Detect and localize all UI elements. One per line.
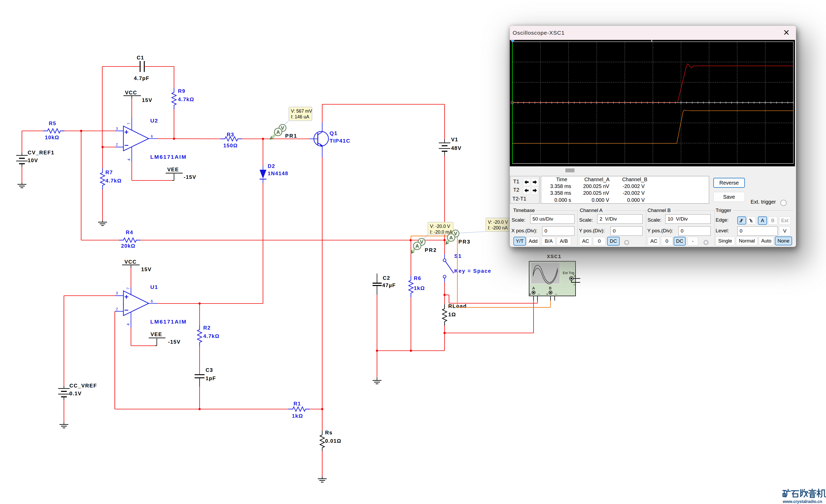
svg-text:V: -20.0 V: V: -20.0 V [488, 219, 508, 225]
svg-text:A: A [276, 129, 280, 135]
svg-text:C2: C2 [383, 275, 390, 281]
svg-text:I: -20.0 mA: I: -20.0 mA [430, 230, 453, 235]
svg-text:7: 7 [126, 287, 130, 290]
svg-text:Q1: Q1 [330, 130, 338, 136]
svg-text:10V: 10V [27, 158, 38, 163]
svg-text:3: 3 [116, 126, 118, 131]
svg-text:Ext Trig: Ext Trig [563, 271, 574, 275]
svg-text:−: − [555, 292, 557, 296]
svg-text:7: 7 [127, 123, 131, 125]
svg-text:V1: V1 [451, 137, 458, 142]
svg-text:10kΩ: 10kΩ [45, 134, 59, 140]
svg-text:4.7kΩ: 4.7kΩ [105, 178, 122, 184]
svg-text:C1: C1 [137, 55, 144, 61]
svg-text:4.7kΩ: 4.7kΩ [178, 97, 194, 102]
svg-text:-15V: -15V [168, 339, 181, 345]
svg-text:−: − [573, 282, 575, 287]
svg-text:LM6171AIM: LM6171AIM [150, 154, 187, 160]
svg-text:VEE: VEE [167, 167, 179, 172]
svg-text:4: 4 [127, 159, 131, 161]
svg-text:6: 6 [151, 134, 153, 138]
svg-text:1N4148: 1N4148 [268, 171, 288, 176]
svg-text:Key = Space: Key = Space [454, 268, 491, 274]
svg-text:1Ω: 1Ω [448, 312, 456, 317]
svg-text:TIP41C: TIP41C [330, 138, 350, 144]
svg-text:Rs: Rs [325, 430, 333, 435]
svg-text:XSC1: XSC1 [547, 254, 562, 260]
svg-text:V: 567 mV: V: 567 mV [291, 109, 312, 114]
svg-text:-15V: -15V [184, 174, 196, 180]
svg-text:I: 146 uA: I: 146 uA [291, 114, 309, 119]
svg-text:48V: 48V [451, 145, 462, 151]
svg-text:47µF: 47µF [382, 282, 396, 288]
svg-text:2: 2 [116, 142, 118, 146]
svg-text:C3: C3 [205, 367, 213, 373]
svg-text:I: -200 nA: I: -200 nA [488, 225, 508, 231]
svg-text:20kΩ: 20kΩ [121, 243, 135, 249]
svg-text:A: A [415, 243, 419, 249]
svg-text:150Ω: 150Ω [223, 143, 238, 148]
svg-text:15V: 15V [142, 97, 153, 103]
svg-text:R5: R5 [49, 120, 56, 126]
svg-text:A: A [532, 286, 535, 290]
svg-text:U2: U2 [150, 118, 158, 124]
svg-text:+: + [529, 292, 531, 296]
svg-text:R6: R6 [414, 275, 421, 281]
svg-text:V: -20.0 V: V: -20.0 V [430, 224, 450, 229]
svg-text:S1: S1 [454, 253, 462, 259]
svg-text:B: B [549, 286, 551, 290]
svg-text:R7: R7 [105, 170, 113, 175]
svg-text:R1: R1 [294, 401, 301, 406]
svg-text:1kΩ: 1kΩ [292, 413, 303, 419]
svg-text:VCC: VCC [125, 90, 137, 96]
svg-text:D2: D2 [268, 163, 275, 169]
svg-text:CC_VREF: CC_VREF [69, 383, 97, 388]
svg-text:+: + [574, 274, 576, 278]
svg-text:A: A [449, 235, 453, 240]
svg-text:2: 2 [116, 307, 118, 311]
svg-text:VCC: VCC [124, 259, 137, 265]
svg-text:6: 6 [151, 299, 153, 303]
svg-text:−: − [538, 292, 540, 296]
svg-text:1pF: 1pF [205, 375, 216, 381]
svg-text:3: 3 [116, 291, 118, 295]
svg-text:4.7kΩ: 4.7kΩ [203, 333, 220, 339]
svg-text:15V: 15V [141, 266, 152, 272]
svg-text:VEE: VEE [151, 331, 162, 337]
svg-text:0.1V: 0.1V [69, 391, 82, 396]
svg-text:0.01Ω: 0.01Ω [325, 438, 341, 444]
svg-text:4: 4 [126, 323, 130, 325]
svg-text:+: + [546, 292, 548, 296]
svg-text:U1: U1 [150, 284, 158, 290]
svg-text:R4: R4 [126, 230, 133, 235]
svg-text:R2: R2 [203, 325, 211, 331]
svg-text:1kΩ: 1kΩ [414, 285, 425, 291]
svg-text:PR3: PR3 [458, 239, 471, 245]
svg-text:R3: R3 [227, 132, 234, 137]
svg-text:LM6171AIM: LM6171AIM [150, 319, 187, 325]
svg-text:PR2: PR2 [425, 247, 437, 253]
svg-text:R9: R9 [178, 88, 185, 94]
svg-text:4.7pF: 4.7pF [134, 75, 150, 81]
svg-text:PR1: PR1 [285, 133, 297, 139]
svg-text:CV_REF1: CV_REF1 [27, 150, 55, 155]
